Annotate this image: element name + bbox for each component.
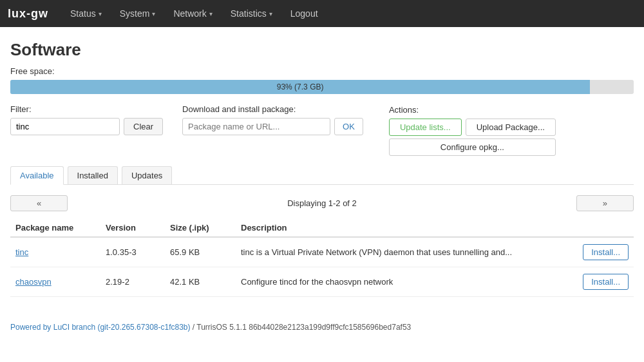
pkg-description-cell: Configure tincd for the chaosvpn network <box>236 267 563 297</box>
chevron-down-icon: ▾ <box>209 10 213 17</box>
pkg-action-cell: Install... <box>563 237 634 267</box>
pagination-row: « Displaying 1-2 of 2 » <box>10 195 634 211</box>
ok-button[interactable]: OK <box>334 118 363 135</box>
packages-table: Package name Version Size (.ipk) Descrip… <box>10 219 634 297</box>
chevron-down-icon: ▾ <box>269 10 272 17</box>
clear-button[interactable]: Clear <box>124 118 163 135</box>
pkg-name-link[interactable]: tinc <box>15 247 28 257</box>
nav-item-status[interactable]: Status ▾ <box>61 0 111 27</box>
nav-link-status[interactable]: Status ▾ <box>61 0 111 27</box>
nav-link-logout[interactable]: Logout <box>281 0 327 27</box>
col-header-action <box>563 219 634 237</box>
table-row: tinc 1.0.35-3 65.9 KB tinc is a Virtual … <box>10 237 634 267</box>
tab-installed[interactable]: Installed <box>68 166 118 184</box>
footer: Powered by LuCI branch (git-20.265.67308… <box>0 323 644 342</box>
filter-label: Filter: <box>10 104 163 114</box>
page-title: Software <box>10 40 634 60</box>
pkg-version-cell: 2.19-2 <box>100 267 165 297</box>
footer-link[interactable]: Powered by LuCI branch (git-20.265.67308… <box>10 323 191 332</box>
filter-input-row: Clear <box>10 118 163 135</box>
footer-info: / TurrisOS 5.1.1 86b44028e2123a199d9ff9c… <box>191 323 412 332</box>
nav-link-statistics[interactable]: Statistics ▾ <box>222 0 281 27</box>
tab-available[interactable]: Available <box>10 166 64 185</box>
next-page-button[interactable]: » <box>576 195 634 211</box>
table-row: chaosvpn 2.19-2 42.1 KB Configure tincd … <box>10 267 634 297</box>
update-lists-button[interactable]: Update lists... <box>389 119 462 136</box>
configure-opkg-row: Configure opkg... <box>389 138 556 156</box>
pkg-name-cell: chaosvpn <box>10 267 100 297</box>
table-body: tinc 1.0.35-3 65.9 KB tinc is a Virtual … <box>10 237 634 297</box>
filter-group: Filter: Clear <box>10 104 163 135</box>
table-header: Package name Version Size (.ipk) Descrip… <box>10 219 634 237</box>
actions-buttons: Update lists... Upload Package... Config… <box>389 119 556 156</box>
nav-item-statistics[interactable]: Statistics ▾ <box>222 0 281 27</box>
navbar: lux-gw Status ▾ System ▾ Network ▾ Stati… <box>0 0 644 27</box>
tab-updates[interactable]: Updates <box>122 166 172 184</box>
pkg-version-cell: 1.0.35-3 <box>100 237 165 267</box>
col-header-description: Description <box>236 219 563 237</box>
free-space-progress-bar: 93% (7.3 GB) <box>10 80 634 94</box>
download-input[interactable] <box>182 118 330 135</box>
tabs-row: Available Installed Updates <box>10 166 634 185</box>
upload-package-button[interactable]: Upload Package... <box>466 119 556 136</box>
free-space-label: Free space: <box>10 66 634 76</box>
main-content: Software Free space: 93% (7.3 GB) Filter… <box>0 27 644 310</box>
chevron-down-icon: ▾ <box>152 10 155 17</box>
actions-btn-row: Update lists... Upload Package... <box>389 119 556 136</box>
nav-link-network[interactable]: Network ▾ <box>164 0 221 27</box>
nav-item-network[interactable]: Network ▾ <box>164 0 221 27</box>
download-label: Download and install package: <box>182 104 363 114</box>
install-button[interactable]: Install... <box>583 274 629 290</box>
brand: lux-gw <box>8 7 48 21</box>
col-header-version: Version <box>100 219 165 237</box>
chevron-down-icon: ▾ <box>99 10 102 17</box>
download-group: Download and install package: OK <box>182 104 363 135</box>
nav-link-system[interactable]: System ▾ <box>111 0 165 27</box>
actions-section: Actions: Update lists... Upload Package.… <box>389 104 556 156</box>
filter-input[interactable] <box>10 118 120 135</box>
pkg-size-cell: 42.1 KB <box>165 267 236 297</box>
nav-item-system[interactable]: System ▾ <box>111 0 165 27</box>
pkg-name-link[interactable]: chaosvpn <box>15 277 52 287</box>
nav-item-logout[interactable]: Logout <box>281 0 327 27</box>
display-count: Displaying 1-2 of 2 <box>287 198 357 208</box>
pkg-name-cell: tinc <box>10 237 100 267</box>
install-button[interactable]: Install... <box>583 244 629 260</box>
nav-menu: Status ▾ System ▾ Network ▾ Statistics ▾ <box>61 0 327 27</box>
col-header-size: Size (.ipk) <box>165 219 236 237</box>
col-header-name: Package name <box>10 219 100 237</box>
progress-bar-fill: 93% (7.3 GB) <box>10 80 590 94</box>
pkg-action-cell: Install... <box>563 267 634 297</box>
download-input-row: OK <box>182 118 363 135</box>
pkg-size-cell: 65.9 KB <box>165 237 236 267</box>
pkg-description-cell: tinc is a Virtual Private Network (VPN) … <box>236 237 563 267</box>
prev-page-button[interactable]: « <box>10 195 68 211</box>
actions-label: Actions: <box>389 105 419 115</box>
configure-opkg-button[interactable]: Configure opkg... <box>389 138 556 156</box>
